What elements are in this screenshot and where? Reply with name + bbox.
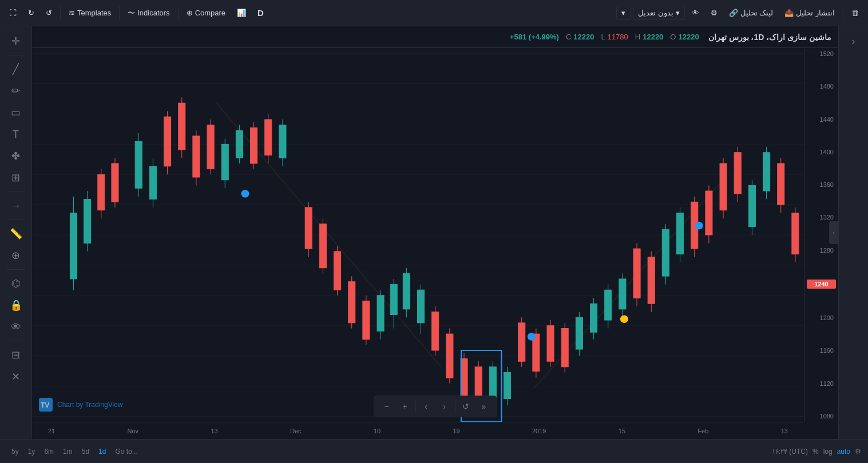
scroll-right-button[interactable]: › [437, 398, 453, 414]
layers-tool[interactable]: ⊟ [5, 345, 27, 365]
right-sidebar: › [838, 26, 868, 439]
link-button[interactable]: 🔗 لینک تحلیل [724, 6, 778, 19]
time-label-21: 21 [48, 428, 55, 434]
svg-rect-106 [748, 185, 755, 226]
svg-text:TV: TV [41, 401, 49, 409]
time-label-13: 13 [211, 428, 217, 434]
publish-button[interactable]: 📤 انتشار تحلیل [780, 6, 839, 19]
redo-icon: ↻ [28, 9, 34, 17]
svg-rect-42 [279, 125, 286, 158]
collapse-right-panel[interactable]: › [829, 221, 838, 244]
svg-rect-48 [334, 252, 341, 290]
zoom-in-button[interactable]: + [397, 398, 413, 414]
separator [178, 6, 179, 20]
svg-rect-74 [518, 323, 525, 361]
auto-btn[interactable]: auto [837, 448, 850, 456]
tf-1y[interactable]: 1y [23, 445, 40, 458]
erase-tool[interactable]: ✕ [5, 366, 27, 387]
chart-area: ماشین سازی اراک، 1D، بورس تهران +581 (+4… [32, 26, 838, 439]
goto-button[interactable]: Go to... [110, 445, 142, 458]
separator [119, 6, 120, 20]
time-label-nov: Nov [128, 428, 139, 434]
symbol-bar: ماشین سازی اراک، 1D، بورس تهران +581 (+4… [32, 26, 838, 48]
price-level-1360: 1360 [807, 181, 836, 188]
svg-rect-84 [590, 304, 597, 332]
symbol-button[interactable]: D [253, 6, 268, 20]
tf-6m[interactable]: 6m [39, 445, 58, 458]
scroll-left-button[interactable]: ‹ [418, 398, 434, 414]
svg-rect-60 [417, 290, 424, 323]
log-btn[interactable]: log [823, 448, 833, 456]
left-sidebar: ✛ ╱ ✏ ▭ T ✤ ⊞ → 📏 ⊕ ⌬ 🔒 👁 ⊟ ✕ [0, 26, 32, 439]
svg-rect-34 [221, 144, 228, 180]
multi-tool[interactable]: ⊞ [5, 167, 27, 188]
marker-dot-1 [241, 190, 249, 197]
eye-toggle[interactable]: 👁 [5, 317, 27, 337]
percent-btn[interactable]: % [812, 448, 819, 456]
zoom-tool[interactable]: ⊕ [5, 245, 27, 266]
svg-rect-104 [734, 153, 741, 194]
svg-rect-72 [504, 372, 511, 398]
fullscreen-button[interactable]: ⛶ [5, 6, 21, 19]
svg-rect-38 [251, 127, 257, 163]
indicators-button[interactable]: 〜 Indicators [123, 6, 174, 21]
bar-style-button[interactable]: 📊 [232, 6, 251, 19]
marker-dot-2 [528, 333, 536, 340]
tf-1m[interactable]: 1m [58, 445, 77, 458]
lock-tool[interactable]: 🔒 [5, 295, 27, 316]
tf-5d[interactable]: 5d [77, 445, 94, 458]
svg-rect-30 [193, 136, 200, 177]
text-tool[interactable]: T [5, 124, 27, 145]
marker-dot-yellow [620, 315, 628, 322]
svg-rect-62 [432, 312, 439, 350]
svg-rect-94 [662, 229, 669, 276]
compare-button[interactable]: ⊕ Compare [182, 6, 230, 19]
compare-icon: ⊕ [187, 9, 193, 17]
expand-right-button[interactable]: » [476, 398, 492, 414]
settings-button[interactable]: ⚙ [706, 6, 722, 19]
settings-btn[interactable]: ⚙ [855, 448, 861, 456]
draw-tool[interactable]: ✏ [5, 81, 27, 101]
magnet-tool[interactable]: ⌬ [5, 273, 27, 294]
share-icon: 🔗 [729, 9, 738, 17]
time-label-19: 19 [453, 428, 459, 434]
svg-rect-70 [489, 367, 496, 397]
chart-canvas[interactable] [32, 48, 804, 422]
price-level-1120: 1120 [807, 380, 836, 387]
line-tool[interactable]: ╱ [5, 59, 27, 79]
gear-icon: ⚙ [711, 9, 718, 17]
arrow-tool[interactable]: → [5, 195, 27, 216]
tf-1d[interactable]: 1d [94, 445, 110, 458]
reset-chart-button[interactable]: ↺ [458, 398, 474, 414]
ruler-tool[interactable]: 📏 [5, 223, 27, 244]
svg-rect-22 [135, 142, 142, 189]
separator [843, 6, 843, 20]
price-level-1480: 1480 [807, 83, 836, 90]
collapse-right[interactable]: › [842, 31, 865, 51]
adjust-dropdown[interactable]: بدون تعدیل ▾ [633, 6, 685, 20]
price-level-1320: 1320 [807, 214, 836, 221]
symbol-dropdown[interactable]: ▾ [616, 6, 631, 20]
zoom-out-button[interactable]: − [379, 398, 395, 414]
svg-rect-102 [720, 163, 727, 210]
price-level-1280: 1280 [807, 247, 836, 254]
undo-button[interactable]: ↺ [41, 6, 57, 19]
svg-rect-110 [778, 163, 784, 205]
hide-drawings-button[interactable]: 👁 [687, 6, 704, 19]
svg-rect-100 [706, 191, 712, 235]
candle-icon: 📊 [237, 9, 246, 17]
symbol-name[interactable]: ماشین سازی اراک، 1D، بورس تهران [708, 33, 831, 42]
svg-rect-32 [207, 125, 214, 169]
crosshair-tool[interactable]: ✛ [5, 31, 27, 51]
low-item: L 11780 [601, 33, 628, 41]
delete-button[interactable]: 🗑 [847, 6, 863, 19]
indicator-icon: 〜 [128, 8, 135, 18]
ohlc-data: +581 (+4.99%) C 12220 L 11780 H 12220 O … [510, 33, 699, 41]
high-item: H 12220 [635, 33, 664, 41]
bottom-bar: 5y 1y 6m 1m 5d 1d Go to... ۱۶:۲۴ (UTC) %… [0, 439, 868, 463]
templates-button[interactable]: ≋ Templates [64, 6, 116, 19]
node-tool[interactable]: ✤ [5, 146, 27, 166]
tf-5y[interactable]: 5y [7, 445, 23, 458]
redo-button[interactable]: ↻ [23, 6, 39, 19]
rect-tool[interactable]: ▭ [5, 102, 27, 123]
